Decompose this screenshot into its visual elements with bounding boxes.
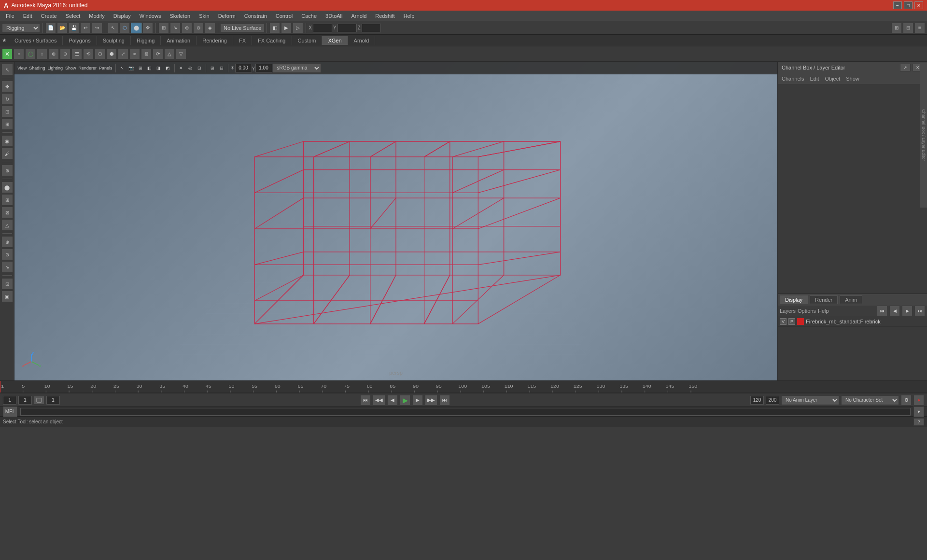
- snap-point-button[interactable]: ⊕: [182, 23, 192, 33]
- lp-tab-anim[interactable]: Anim: [840, 295, 862, 304]
- menu-edit[interactable]: Edit: [19, 12, 36, 20]
- shelf-tool-2[interactable]: ○: [14, 49, 24, 59]
- key-settings-button[interactable]: ⚙: [901, 395, 912, 406]
- ik-spline[interactable]: ∿: [1, 261, 13, 273]
- vp-hud[interactable]: ⊟: [217, 63, 226, 73]
- vp-xray[interactable]: ✕: [177, 63, 185, 73]
- range-end-input[interactable]: [766, 396, 779, 405]
- menu-3dtoa[interactable]: 3DtoAll: [322, 12, 346, 20]
- lp-tab-display[interactable]: Display: [780, 295, 808, 304]
- tab-xgen[interactable]: XGen: [322, 36, 348, 45]
- shelf-tool-12[interactable]: ≈: [129, 49, 140, 59]
- menu-skin[interactable]: Skin: [195, 12, 213, 20]
- select-button[interactable]: ↖: [1, 64, 13, 75]
- prev-frame-button[interactable]: ◀◀: [373, 395, 385, 406]
- cluster[interactable]: ⬤: [1, 182, 13, 193]
- layer-next-next[interactable]: ⏭: [914, 306, 925, 316]
- layer-menu-layers[interactable]: Layers: [780, 308, 796, 314]
- move-button[interactable]: ✥: [1, 81, 13, 92]
- tab-show[interactable]: Show: [846, 76, 859, 82]
- vp-show[interactable]: Show: [64, 63, 77, 73]
- z-input[interactable]: [362, 24, 381, 32]
- shelf-tool-7[interactable]: ☰: [71, 49, 82, 59]
- shelf-tool-14[interactable]: ⟳: [153, 49, 163, 59]
- layer-playback[interactable]: P: [788, 318, 795, 325]
- vp-resolution[interactable]: ⊡: [195, 63, 204, 73]
- shelf-tool-6[interactable]: ⊙: [60, 49, 70, 59]
- menu-cache[interactable]: Cache: [297, 12, 321, 20]
- open-scene-button[interactable]: 📂: [57, 23, 68, 33]
- tab-object[interactable]: Object: [825, 76, 840, 82]
- ik-handle[interactable]: ⊙: [1, 249, 13, 260]
- tab-rendering[interactable]: Rendering: [197, 36, 233, 45]
- anim-layer-dropdown[interactable]: No Anim Layer: [781, 395, 839, 405]
- snap-grid-button[interactable]: ⊞: [158, 23, 169, 33]
- tab-edit[interactable]: Edit: [810, 76, 819, 82]
- skin-bind[interactable]: ⊡: [1, 278, 13, 290]
- panel-float-button[interactable]: ↗: [900, 64, 911, 71]
- layer-prev[interactable]: ◀: [889, 306, 900, 316]
- play-end-input[interactable]: [750, 396, 764, 405]
- wire[interactable]: ⊠: [1, 207, 13, 218]
- rigging-dropdown[interactable]: Rigging Modeling Rigging Animation: [2, 23, 40, 33]
- paint-weights[interactable]: 🖌: [1, 148, 13, 159]
- sculpt[interactable]: △: [1, 219, 13, 231]
- go-end-button[interactable]: ⏭: [439, 395, 450, 406]
- tab-arnold[interactable]: Arnold: [348, 36, 376, 45]
- timeline-area[interactable]: 1 5 10 15 20 25 30 35 40 45 50: [0, 380, 927, 393]
- tab-sculpting[interactable]: Sculpting: [97, 36, 131, 45]
- command-input[interactable]: [20, 408, 911, 416]
- snap-view-button[interactable]: ◈: [205, 23, 215, 33]
- shelf-tool-15[interactable]: △: [164, 49, 175, 59]
- shelf-tool-16[interactable]: ▽: [176, 49, 186, 59]
- menu-create[interactable]: Create: [37, 12, 61, 20]
- vp-select-mode[interactable]: ↖: [118, 63, 126, 73]
- minimize-button[interactable]: −: [893, 1, 902, 9]
- vp-view[interactable]: View: [16, 63, 28, 73]
- play-start-input[interactable]: [46, 396, 60, 405]
- exposure-input[interactable]: [235, 64, 252, 72]
- shelf-tool-5[interactable]: ⊕: [48, 49, 59, 59]
- render-settings-button[interactable]: ◧: [269, 23, 280, 33]
- snap-curve-button[interactable]: ∿: [170, 23, 181, 33]
- prev-key-button[interactable]: ◀: [387, 395, 398, 406]
- shelf-tool-3[interactable]: ◯: [25, 49, 36, 59]
- vp-shading[interactable]: Shading: [28, 63, 46, 73]
- mel-python-toggle[interactable]: MEL: [3, 406, 17, 417]
- menu-windows[interactable]: Windows: [136, 12, 165, 20]
- render-button[interactable]: ▶: [281, 23, 292, 33]
- menu-control[interactable]: Control: [272, 12, 296, 20]
- shelf-tool-4[interactable]: ↕: [37, 49, 47, 59]
- save-scene-button[interactable]: 💾: [69, 23, 79, 33]
- menu-redshift[interactable]: Redshift: [371, 12, 398, 20]
- start-frame-input[interactable]: [3, 396, 16, 405]
- viewport[interactable]: View Shading Lighting Show Renderer Pane…: [14, 62, 777, 380]
- x-input[interactable]: [313, 24, 332, 32]
- layer-next[interactable]: ▶: [902, 306, 913, 316]
- layer-menu-help[interactable]: Help: [818, 308, 829, 314]
- move-tool-button[interactable]: ✥: [142, 23, 153, 33]
- vp-wireframe-mode[interactable]: ⊞: [136, 63, 145, 73]
- layer-visibility[interactable]: V: [780, 318, 787, 325]
- tab-fx[interactable]: FX: [233, 36, 252, 45]
- rotate-button[interactable]: ↻: [1, 93, 13, 105]
- menu-file[interactable]: File: [2, 12, 18, 20]
- quick-sel-button[interactable]: ⊞: [891, 23, 902, 33]
- shelf-tool-9[interactable]: ⬡: [95, 49, 105, 59]
- vp-shaded-mode[interactable]: ◧: [145, 63, 154, 73]
- next-key-button[interactable]: ▶: [412, 395, 423, 406]
- shelf-tool-10[interactable]: ⬢: [106, 49, 117, 59]
- menu-display[interactable]: Display: [110, 12, 135, 20]
- tab-animation[interactable]: Animation: [161, 36, 197, 45]
- menu-deform[interactable]: Deform: [214, 12, 239, 20]
- layer-menu-options[interactable]: Options: [798, 308, 816, 314]
- tab-rigging[interactable]: Rigging: [131, 36, 161, 45]
- active-tool-button[interactable]: ⬤: [131, 23, 141, 33]
- vp-camera-btn[interactable]: 📷: [127, 63, 136, 73]
- layer-prev-prev[interactable]: ⏮: [877, 306, 887, 316]
- menu-help[interactable]: Help: [400, 12, 419, 20]
- snap-surface-button[interactable]: ⊙: [193, 23, 204, 33]
- loop-button[interactable]: [34, 396, 44, 405]
- ipr-render-button[interactable]: ▷: [293, 23, 303, 33]
- go-start-button[interactable]: ⏮: [360, 395, 371, 406]
